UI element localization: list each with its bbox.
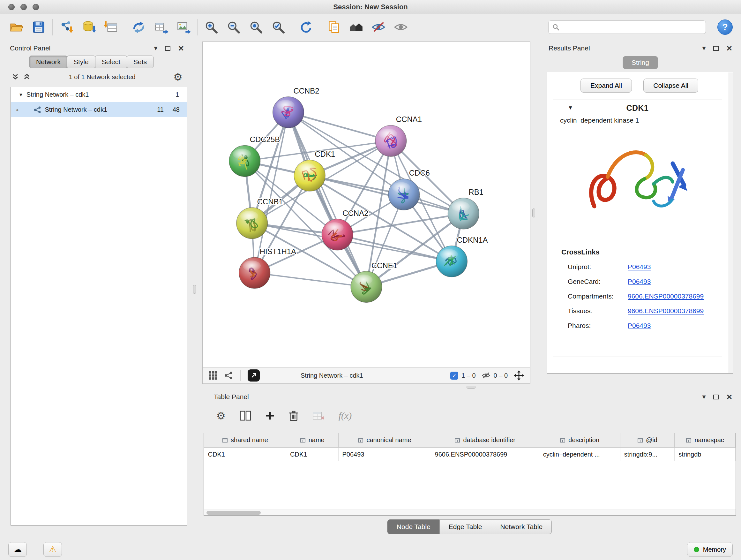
panel-float-icon[interactable] <box>165 46 171 51</box>
warning-icon: ⚠ <box>49 544 57 555</box>
network-edge[interactable] <box>288 112 366 287</box>
panel-close-icon[interactable]: × <box>726 392 732 401</box>
table-cell[interactable]: stringdb <box>675 447 736 461</box>
zoom-in-button[interactable] <box>202 18 220 37</box>
memory-button[interactable]: Memory <box>687 542 733 557</box>
panel-menu-icon[interactable]: ▾ <box>702 393 705 401</box>
table-options-button[interactable]: ⚙ <box>216 411 226 421</box>
table-cell[interactable]: cyclin–dependent ... <box>539 447 620 461</box>
help-button[interactable]: ? <box>718 19 733 35</box>
panel-float-icon[interactable] <box>713 395 719 399</box>
tab-node-table[interactable]: Node Table <box>387 519 440 534</box>
scrollbar-thumb[interactable] <box>206 511 261 515</box>
network-edge[interactable] <box>255 273 366 287</box>
zoom-out-button[interactable] <box>224 18 243 37</box>
import-table-button[interactable] <box>102 18 120 37</box>
network-node-hist1h1a[interactable]: HIST1H1A <box>239 247 296 289</box>
pan-move-icon[interactable] <box>514 370 524 381</box>
export-table-button[interactable] <box>152 18 171 37</box>
network-node-ccnb1[interactable]: CCNB1 <box>237 197 283 239</box>
column-header-database-identifier[interactable]: database identifier <box>431 433 539 447</box>
export-network-button[interactable] <box>130 18 148 37</box>
panel-menu-icon[interactable]: ▾ <box>154 44 157 52</box>
tab-style[interactable]: Style <box>67 56 95 68</box>
tab-network[interactable]: Network <box>29 56 67 68</box>
protein-section-header[interactable]: ▼ CDK1 <box>553 100 722 116</box>
hide-selected-button[interactable] <box>369 18 388 37</box>
network-options-gear-icon[interactable]: ⚙ <box>173 72 183 82</box>
network-node-cdc25b[interactable]: CDC25B <box>229 135 280 177</box>
zoom-fit-button[interactable] <box>247 18 265 37</box>
selected-checkbox-icon[interactable]: ✓ <box>450 372 458 380</box>
tab-string[interactable]: String <box>623 56 658 69</box>
export-image-button[interactable] <box>174 18 193 37</box>
crosslink-link[interactable]: 9606.ENSP00000378699 <box>628 307 704 315</box>
cloud-status-button[interactable]: ☁ <box>8 542 27 557</box>
tab-edge-table[interactable]: Edge Table <box>440 519 491 534</box>
birds-eye-grid-icon[interactable] <box>208 371 218 380</box>
open-in-new-window-button[interactable] <box>248 369 260 381</box>
crosslink-link[interactable]: 9606.ENSP00000378699 <box>628 293 704 300</box>
open-session-button[interactable] <box>7 18 25 37</box>
copy-button[interactable] <box>325 18 343 37</box>
column-header-shared-name[interactable]: shared name <box>204 433 286 447</box>
network-node-ccnb2[interactable]: CCNB2 <box>273 86 320 128</box>
network-row[interactable]: ● String Network – cdk1 11 48 <box>11 102 187 117</box>
column-header-description[interactable]: description <box>539 433 620 447</box>
tree-expander-icon[interactable]: ▼ <box>18 92 23 98</box>
collapse-all-icon[interactable] <box>11 73 19 81</box>
tab-network-table[interactable]: Network Table <box>491 519 552 534</box>
panel-menu-icon[interactable]: ▾ <box>702 44 705 52</box>
splitter-handle[interactable] <box>193 285 196 294</box>
splitter-handle[interactable] <box>467 386 475 388</box>
show-all-button[interactable] <box>392 18 410 37</box>
table-cell[interactable]: CDK1 <box>286 447 338 461</box>
table-cell[interactable]: P06493 <box>338 447 431 461</box>
tab-select[interactable]: Select <box>95 56 127 68</box>
apply-function-button[interactable]: f(x) <box>339 410 352 421</box>
warnings-button[interactable]: ⚠ <box>44 542 62 557</box>
network-node-cdkn1a[interactable]: CDKN1A <box>436 236 488 277</box>
column-header--id[interactable]: @id <box>620 433 675 447</box>
table-horizontal-scrollbar[interactable] <box>204 509 736 515</box>
section-expander-icon[interactable]: ▼ <box>568 105 573 111</box>
network-share-icon[interactable] <box>224 371 233 380</box>
import-network-file-button[interactable] <box>57 18 76 37</box>
crosslink-link[interactable]: P06493 <box>628 278 651 286</box>
network-canvas[interactable]: CCNB2CCNA1CDC25BCDK1CDC6RB1CCNB1CCNA2CDK… <box>203 42 530 367</box>
results-scrollbar[interactable] <box>729 72 733 373</box>
column-header-name[interactable]: name <box>286 433 338 447</box>
create-column-button[interactable] <box>265 411 275 421</box>
panel-float-icon[interactable] <box>713 46 719 51</box>
table-cell[interactable]: stringdb:9... <box>620 447 675 461</box>
table-row[interactable]: CDK1CDK1P064939606.ENSP00000378699cyclin… <box>204 447 736 461</box>
network-node-ccna1[interactable]: CCNA1 <box>375 115 422 157</box>
column-header-canonical-name[interactable]: canonical name <box>338 433 431 447</box>
column-header-namespac[interactable]: namespac <box>675 433 736 447</box>
network-node-rb1[interactable]: RB1 <box>448 188 483 229</box>
network-node-cdk1[interactable]: CDK1 <box>294 150 335 191</box>
table-cell[interactable]: 9606.ENSP00000378699 <box>431 447 539 461</box>
panel-close-icon[interactable]: × <box>726 44 732 53</box>
search-input[interactable] <box>562 23 702 30</box>
crosslink-link[interactable]: P06493 <box>628 322 651 329</box>
save-session-button[interactable] <box>29 18 48 37</box>
zoom-selected-button[interactable] <box>269 18 287 37</box>
expand-all-button[interactable]: Expand All <box>581 78 632 92</box>
network-collection-row[interactable]: ▼ String Network – cdk1 1 <box>11 87 187 102</box>
table-cell[interactable]: CDK1 <box>204 447 286 461</box>
hidden-eye-slash-icon[interactable] <box>482 371 490 380</box>
crosslink-link[interactable]: P06493 <box>628 263 651 271</box>
collapse-all-button[interactable]: Collapse All <box>643 78 698 92</box>
apply-layout-button[interactable] <box>297 18 315 37</box>
delete-table-button[interactable] <box>313 411 325 421</box>
network-edge[interactable] <box>288 112 391 141</box>
splitter-handle[interactable] <box>532 208 535 217</box>
expand-all-icon[interactable] <box>23 73 31 81</box>
home-view-button[interactable] <box>347 18 365 37</box>
import-network-database-button[interactable] <box>79 18 98 37</box>
tab-sets[interactable]: Sets <box>127 56 153 68</box>
show-columns-button[interactable] <box>240 411 251 421</box>
panel-close-icon[interactable]: × <box>178 44 184 53</box>
delete-column-button[interactable] <box>289 410 298 421</box>
